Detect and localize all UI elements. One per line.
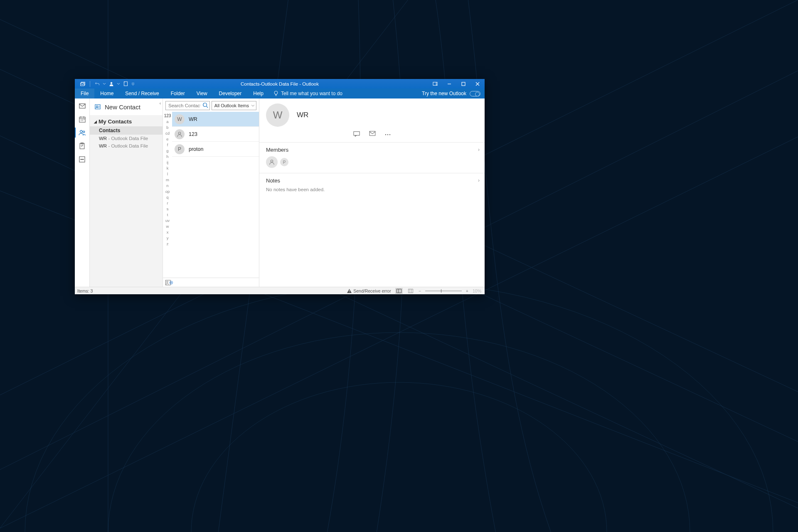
avatar: W [175, 114, 185, 124]
search-icon[interactable] [202, 102, 208, 108]
new-contact-button[interactable]: New Contact [90, 99, 163, 115]
svg-rect-4 [81, 83, 84, 86]
view-reading-icon[interactable] [407, 288, 414, 294]
az-x[interactable]: x [167, 230, 169, 234]
collapse-folder-pane-icon[interactable]: ‹ [159, 100, 162, 106]
tab-home[interactable]: Home [94, 89, 119, 99]
rail-mail[interactable] [75, 99, 90, 113]
folder-contacts[interactable]: Contacts [90, 126, 163, 135]
send-receive-error[interactable]: Send/Receive error [347, 288, 391, 293]
az-b[interactable]: b [166, 125, 168, 130]
outlook-window: Contacts-Outlook Data File - Outlook Fil… [75, 79, 485, 294]
tell-me[interactable]: Tell me what you want to do [269, 89, 342, 99]
az-z[interactable]: z [167, 241, 169, 246]
members-title: Members [266, 147, 478, 153]
ribbon-display-options-icon[interactable] [428, 79, 442, 89]
email-icon[interactable] [369, 131, 376, 138]
try-new-outlook-label: Try the new Outlook [422, 91, 466, 96]
qat-backstage-icon[interactable] [121, 80, 130, 88]
notes-section[interactable]: Notes › No notes have been added. [259, 173, 485, 197]
contact-card-proton[interactable]: P proton [172, 142, 259, 157]
zoom-level: 10% [473, 288, 482, 293]
az-f[interactable]: f [167, 143, 168, 147]
titlebar: Contacts-Outlook Data File - Outlook [75, 79, 485, 89]
svg-point-16 [81, 159, 81, 160]
az-123[interactable]: 123 [164, 113, 171, 118]
az-ij[interactable]: ij [167, 160, 168, 165]
contact-card-wr[interactable]: W WR [172, 112, 259, 127]
chevron-down-icon [251, 105, 254, 107]
alphabet-index[interactable]: 123abcdefghijklmnopqrstuvwxyz [163, 112, 172, 278]
maximize-button[interactable] [456, 79, 470, 89]
az-r[interactable]: r [167, 201, 168, 205]
tab-folder[interactable]: Folder [165, 89, 191, 99]
az-e[interactable]: e [166, 137, 168, 141]
qat-profile-dropdown[interactable] [117, 80, 120, 88]
new-contact-icon [95, 104, 101, 110]
az-a[interactable]: a [166, 119, 168, 124]
people-pane-icon[interactable] [165, 280, 173, 286]
svg-point-30 [389, 134, 390, 135]
tab-help[interactable]: Help [247, 89, 269, 99]
try-new-outlook-toggle[interactable] [470, 91, 480, 96]
tab-view[interactable]: View [191, 89, 213, 99]
az-op[interactable]: op [165, 189, 170, 194]
az-t[interactable]: t [167, 212, 168, 217]
svg-point-28 [385, 134, 386, 135]
svg-point-12 [80, 131, 82, 133]
qat-send-receive-all-icon[interactable] [78, 80, 87, 88]
folder-wr-1[interactable]: WR - Outlook Data File [90, 135, 163, 142]
rail-people[interactable] [75, 126, 90, 139]
az-s[interactable]: s [167, 207, 169, 211]
folder-pane: New Contact ‹ ◢ My Contacts Contacts WR … [90, 99, 163, 287]
rail-more[interactable] [75, 153, 90, 166]
az-q[interactable]: q [166, 195, 168, 200]
az-g[interactable]: g [166, 148, 168, 153]
member-avatar[interactable] [266, 156, 278, 168]
svg-point-13 [83, 131, 84, 133]
contact-list-pane: All Outlook Items 123abcdefghijklmnopqrs… [163, 99, 259, 287]
az-cd[interactable]: cd [165, 131, 170, 135]
minimize-button[interactable] [442, 79, 456, 89]
qat-customize-dropdown[interactable] [131, 80, 135, 88]
view-normal-icon[interactable] [395, 288, 403, 294]
az-k[interactable]: k [167, 166, 169, 170]
zoom-in-icon[interactable]: + [466, 288, 468, 293]
svg-point-21 [203, 103, 207, 107]
tab-developer[interactable]: Developer [213, 89, 248, 99]
svg-rect-6 [124, 82, 127, 86]
chat-icon[interactable] [353, 131, 360, 138]
my-contacts-header[interactable]: ◢ My Contacts [90, 117, 163, 126]
members-section[interactable]: Members › P [259, 142, 485, 173]
search-scope-dropdown[interactable]: All Outlook Items [212, 101, 256, 110]
rail-tasks[interactable] [75, 139, 90, 153]
svg-point-24 [167, 281, 168, 283]
az-m[interactable]: m [166, 177, 169, 182]
zoom-slider[interactable] [425, 291, 462, 291]
contact-name: 123 [189, 131, 197, 137]
tab-file[interactable]: File [75, 89, 94, 99]
contact-name: proton [189, 146, 203, 152]
az-l[interactable]: l [167, 172, 168, 176]
contact-card-123[interactable]: 123 [172, 127, 259, 142]
svg-point-3 [191, 382, 607, 532]
az-n[interactable]: n [166, 183, 168, 188]
chevron-right-icon: › [478, 177, 480, 183]
az-uv[interactable]: uv [165, 218, 170, 223]
zoom-out-icon[interactable]: − [419, 288, 421, 293]
member-avatar[interactable]: P [280, 158, 288, 166]
qat-undo-dropdown[interactable] [103, 80, 106, 88]
az-h[interactable]: h [166, 154, 168, 159]
ribbon: File Home Send / Receive Folder View Dev… [75, 89, 485, 99]
tab-send-receive[interactable]: Send / Receive [119, 89, 165, 99]
contact-name: WR [189, 116, 197, 122]
close-button[interactable] [470, 79, 485, 89]
qat-undo-icon[interactable] [93, 80, 102, 88]
person-icon [269, 159, 275, 165]
az-y[interactable]: y [167, 236, 169, 240]
more-icon[interactable] [385, 131, 391, 138]
az-w[interactable]: w [166, 224, 169, 229]
folder-wr-2[interactable]: WR - Outlook Data File [90, 142, 163, 150]
rail-calendar[interactable] [75, 113, 90, 126]
qat-profile-icon[interactable] [107, 80, 116, 88]
